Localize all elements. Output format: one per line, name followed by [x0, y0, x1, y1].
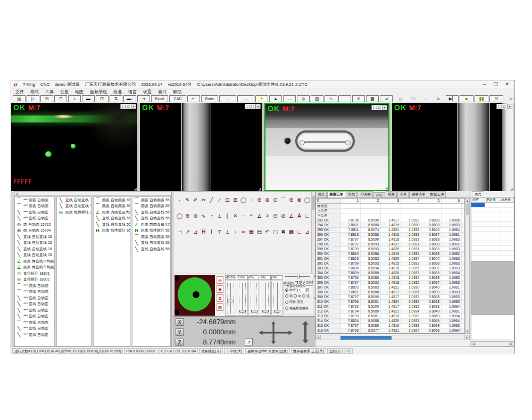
element-hscrollbar[interactable]: ◄ ►	[471, 341, 514, 347]
toolbar-save-view-button[interactable]: ▤	[13, 95, 26, 102]
element-row[interactable]	[471, 208, 514, 212]
element-row[interactable]	[471, 256, 514, 260]
palette-icon-r2-16[interactable]: A	[296, 213, 302, 219]
menu-item-3[interactable]: 工具	[45, 89, 54, 95]
measurement-row[interactable]: 297 OK7.87978.50901.48181.09310.80381.09…	[316, 237, 464, 242]
palette-icon-r2-14[interactable]: ⊘	[280, 213, 286, 219]
toolbar-axis-z-button[interactable]: ⊥	[68, 95, 81, 102]
feature-item[interactable]: ╲直线 自动直线 55	[132, 216, 170, 222]
resize-grip-icon[interactable]: ◢	[259, 187, 261, 191]
palette-icon-r3-14[interactable]: ✖	[280, 229, 286, 235]
slider-thumb[interactable]	[262, 310, 269, 312]
toolbar-stop-button[interactable]: ■	[460, 95, 473, 102]
feature-item[interactable]: ⌒圆弧 自动圆弧 55	[94, 203, 130, 210]
measurement-row[interactable]: 304 OK7.88098.50891.48201.09330.80391.09…	[316, 271, 464, 276]
toolbar-probe-alert-button[interactable]: ⊓!	[96, 95, 109, 102]
scroll-left-icon[interactable]: ◄	[316, 335, 321, 340]
measurement-row[interactable]: 306 OK7.87978.50921.48181.09350.80371.09…	[316, 281, 464, 285]
element-row[interactable]	[471, 232, 514, 236]
lists-hscrollbar[interactable]: ◄	[14, 192, 171, 196]
maximize-button[interactable]: ❐	[493, 81, 497, 87]
feature-item[interactable]: ⊖直径标注 18802	[15, 277, 54, 283]
grid-vscrollbar[interactable]: ▲▼	[465, 198, 470, 334]
measurement-row[interactable]: 295 OK7.88118.50741.48211.09330.80401.09…	[316, 228, 464, 233]
measurement-row[interactable]: 313 OK7.87998.50811.48181.09280.80591.09…	[316, 314, 464, 319]
xy-jog-arrows[interactable]	[259, 321, 296, 343]
palette-icon-r1-4[interactable]: ✂	[201, 197, 206, 203]
palette-icon-r1-10[interactable]: ◌	[248, 197, 254, 203]
light-source-icon-1[interactable]: ◎	[217, 276, 223, 284]
palette-icon-r3-2[interactable]: ↗	[185, 229, 190, 235]
palette-icon-r1-15[interactable]: ⊕	[288, 197, 294, 203]
element-row[interactable]	[471, 203, 514, 208]
feature-item[interactable]: ⌒圆弧 自动圆弧 55	[132, 234, 170, 240]
radio-icon[interactable]	[302, 294, 305, 298]
measurement-row[interactable]: 302 OK7.87998.50931.48151.09330.80381.09…	[316, 261, 464, 266]
toolbar-arrow-forward-button[interactable]: →	[237, 95, 254, 102]
radio-icon[interactable]	[285, 307, 288, 310]
palette-icon-r3-11[interactable]: ▤	[256, 229, 262, 235]
measurement-row[interactable]: 312 OK7.87948.50891.48211.09340.80491.09…	[316, 309, 464, 314]
feature-item[interactable]: ⊕圆 自动圆 15794	[15, 228, 54, 234]
feature-item[interactable]: ╲直线 自动直线 34	[57, 197, 91, 203]
palette-icon-r3-1[interactable]: ⊣	[177, 229, 182, 235]
slider-thumb[interactable]	[228, 300, 234, 302]
measurement-row[interactable]: 309 OK7.87978.50901.48171.09320.80381.09…	[316, 295, 464, 300]
element-row[interactable]	[471, 227, 514, 232]
palette-icon-r2-2[interactable]: ⊕	[185, 213, 190, 219]
measurement-row[interactable]: 301 OK7.88038.50831.48201.09340.80401.09…	[316, 257, 464, 261]
feature-item[interactable]: ⌒*** 圆弧 自动圆	[15, 289, 54, 295]
toolbar-enter-button[interactable]: Enter	[201, 95, 218, 102]
palette-icon-r1-1[interactable]: ∙	[177, 197, 182, 203]
palette-icon-r1-5[interactable]: ╱	[209, 197, 214, 203]
palette-icon-r2-3[interactable]: ⊚	[193, 213, 198, 219]
feature-item[interactable]: ⌒*** 圆弧 自动圆	[15, 319, 54, 326]
menu-item-9[interactable]: 设置	[143, 89, 152, 95]
light-slider-5[interactable]: 0%	[271, 275, 282, 316]
palette-icon-r3-8[interactable]: ♀	[232, 229, 238, 235]
camera2-selector[interactable]: 1-212▼	[245, 104, 261, 109]
tab-7[interactable]: 夹具	[397, 191, 409, 197]
palette-icon-r2-6[interactable]: ⊥	[217, 213, 222, 219]
palette-icon-r1-17[interactable]: ◯	[304, 197, 310, 203]
light-slider-1[interactable]: 40.0%	[225, 275, 236, 316]
measurement-row[interactable]: 293 OK7.87968.50901.48171.09320.80381.09…	[316, 218, 464, 223]
menu-item-2[interactable]: 模式	[30, 89, 39, 95]
resize-grip-icon[interactable]: ◢	[134, 187, 137, 191]
resize-grip-icon[interactable]: ◢	[510, 187, 513, 191]
slider-thumb[interactable]	[274, 310, 280, 312]
palette-icon-r1-11[interactable]: ⊕	[256, 197, 262, 203]
palette-icon-r2-4[interactable]: ∿	[201, 213, 206, 219]
feature-item[interactable]: ╲直线 自动直线 15	[15, 234, 54, 240]
measurement-row[interactable]: 315 OK7.87978.50891.48191.09330.80981.09…	[316, 324, 464, 328]
feature-item[interactable]: ╲直线 自动直线 15	[15, 252, 54, 259]
scroll-right-icon[interactable]: ►	[509, 342, 514, 346]
toolbar-hatch-button[interactable]: ▨	[311, 95, 323, 102]
feature-item[interactable]: ⌒圆弧 自动圆弧 55	[132, 203, 170, 210]
palette-icon-r3-6[interactable]: ⊤	[217, 229, 222, 235]
menu-item-1[interactable]: 文件	[15, 89, 24, 95]
ring-light-preview[interactable]	[174, 275, 215, 316]
tab-9[interactable]: 数据上传	[428, 191, 446, 197]
tab-6[interactable]: 模板	[386, 191, 397, 197]
tab-8[interactable]: 测量清单	[409, 191, 427, 197]
element-row[interactable]	[471, 251, 514, 256]
slope-tool-button[interactable]: ⊿	[245, 338, 253, 345]
palette-icon-r1-6[interactable]: ∕	[217, 197, 222, 203]
feature-item[interactable]: ⊖直径标注 18801	[15, 270, 54, 277]
light-source-icon-4[interactable]: ▦	[217, 303, 223, 311]
toolbar-cad-export-button[interactable]: CAD	[169, 95, 186, 102]
radio-icon[interactable]	[285, 289, 288, 292]
palette-icon-r3-9[interactable]: ∞	[240, 229, 246, 235]
feature-item[interactable]: ╲直线 自动直线 15	[15, 240, 54, 246]
light-slider-3[interactable]: 0%	[248, 275, 260, 316]
toolbar-move-right-button[interactable]: ⇥	[137, 95, 150, 102]
palette-icon-r3-13[interactable]: ▢	[272, 229, 278, 235]
toolbar-blank-button[interactable]	[338, 95, 351, 102]
feature-item[interactable]: ╲直线 自动直线 15	[15, 246, 54, 252]
palette-icon-r1-9[interactable]: ◯	[240, 197, 246, 203]
camera4-selector[interactable]: 1-212▼	[496, 104, 512, 109]
element-row[interactable]	[471, 217, 514, 222]
menu-item-8[interactable]: 语言	[128, 89, 137, 95]
feature-item[interactable]: ╲*** 直线 自动直	[15, 301, 54, 308]
